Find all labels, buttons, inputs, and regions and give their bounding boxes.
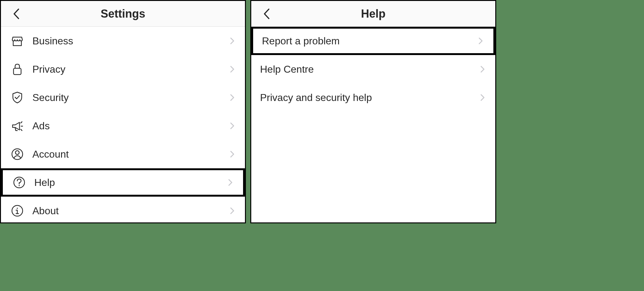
question-icon	[12, 175, 27, 190]
help-item-help-centre[interactable]: Help Centre	[251, 55, 495, 83]
help-header: Help	[251, 1, 495, 27]
chevron-right-icon	[229, 94, 236, 101]
settings-item-label: Security	[32, 92, 229, 104]
settings-title: Settings	[101, 7, 145, 20]
storefront-icon	[10, 33, 25, 48]
settings-panel: Settings Business	[0, 0, 246, 223]
svg-point-2	[15, 151, 19, 154]
back-icon	[263, 8, 271, 20]
chevron-right-icon	[229, 122, 236, 130]
help-item-report-problem[interactable]: Report a problem	[251, 27, 495, 55]
settings-item-label: Business	[32, 35, 229, 47]
svg-point-6	[17, 208, 18, 209]
megaphone-icon	[10, 118, 25, 133]
settings-item-label: Account	[32, 148, 229, 160]
chevron-right-icon	[227, 179, 234, 186]
help-panel: Help Report a problem Help Centre Privac…	[250, 0, 496, 223]
help-title: Help	[361, 7, 386, 20]
chevron-right-icon	[229, 65, 236, 73]
help-item-label: Report a problem	[262, 35, 477, 47]
help-item-label: Privacy and security help	[260, 92, 479, 104]
settings-item-label: Privacy	[32, 64, 229, 75]
help-item-label: Help Centre	[260, 64, 479, 75]
settings-item-security[interactable]: Security	[1, 83, 245, 112]
settings-item-privacy[interactable]: Privacy	[1, 55, 245, 83]
settings-item-account[interactable]: Account	[1, 140, 245, 168]
chevron-right-icon	[229, 207, 236, 215]
chevron-right-icon	[477, 37, 485, 45]
person-icon	[10, 147, 25, 162]
info-icon	[10, 203, 25, 218]
shield-icon	[10, 90, 25, 105]
chevron-right-icon	[229, 150, 236, 158]
settings-item-ads[interactable]: Ads	[1, 112, 245, 140]
back-icon	[12, 8, 21, 20]
settings-item-label: Ads	[32, 120, 229, 132]
settings-item-label: About	[32, 205, 229, 217]
settings-list: Business Privacy	[1, 27, 245, 222]
settings-item-business[interactable]: Business	[1, 27, 245, 55]
chevron-right-icon	[479, 65, 486, 73]
chevron-right-icon	[479, 94, 486, 101]
settings-item-label: Help	[34, 177, 227, 188]
svg-point-4	[19, 185, 20, 186]
back-button[interactable]	[261, 8, 273, 20]
settings-item-about[interactable]: About	[1, 197, 245, 222]
chevron-right-icon	[229, 37, 236, 45]
lock-icon	[10, 62, 25, 77]
help-item-privacy-security-help[interactable]: Privacy and security help	[251, 83, 495, 112]
settings-item-help[interactable]: Help	[1, 168, 245, 197]
back-button[interactable]	[10, 8, 23, 20]
settings-header: Settings	[1, 1, 245, 27]
help-list: Report a problem Help Centre Privacy and…	[251, 27, 495, 222]
svg-rect-0	[14, 68, 21, 75]
